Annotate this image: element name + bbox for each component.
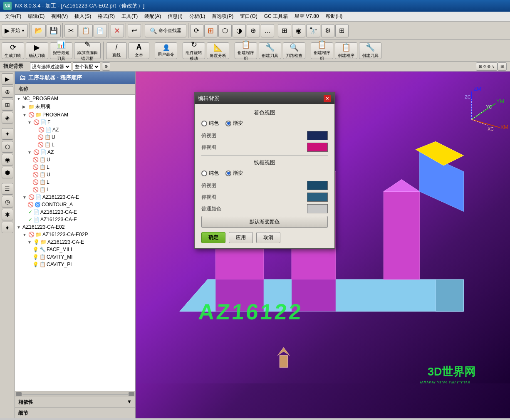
shading-bottom-swatch[interactable] xyxy=(307,143,328,152)
dialog-ok-btn[interactable]: 确定 xyxy=(201,232,225,243)
tree-u2[interactable]: 🚫 📋 U xyxy=(15,156,135,163)
report-min-btn[interactable]: 📊 报告最短 刀具 xyxy=(50,42,72,59)
wireframe-solid-label[interactable]: 纯色 xyxy=(201,170,219,177)
side-btn-3[interactable]: ◈ xyxy=(2,112,13,124)
nav-section-detail[interactable]: 细节 xyxy=(15,408,135,418)
dialog-close-button[interactable]: × xyxy=(324,95,331,102)
side-btn-6[interactable]: ◉ xyxy=(2,154,13,166)
paste-btn[interactable]: 📄 xyxy=(94,24,107,37)
nav-btn[interactable]: ◉ xyxy=(292,24,305,37)
tree-unused[interactable]: ▶ 📁 未用项 xyxy=(15,102,135,111)
tree-az-e02h[interactable]: ▼ 💡 📁 AZ161223-CA-E xyxy=(15,238,135,246)
create-prog-btn2[interactable]: 📋 创建程序 组 xyxy=(311,42,333,59)
tree-l1[interactable]: 🚫 📋 L xyxy=(15,141,135,148)
tree-f1[interactable]: ▼ 🚫 📄 F xyxy=(15,119,135,126)
tree-l4[interactable]: 🚫 📋 L xyxy=(15,186,135,193)
side-btn-0[interactable]: ▶ xyxy=(2,73,13,85)
menu-file[interactable]: 文件(F) xyxy=(2,12,25,21)
tree-u1[interactable]: 🚫 📋 U xyxy=(15,133,135,141)
side-btn-8[interactable]: ☰ xyxy=(2,183,13,195)
param-btn[interactable]: ⚙ xyxy=(321,24,334,37)
tree-az-e02p[interactable]: ▼ 🚫 📁 AZ161223-CA-E02P xyxy=(15,231,135,238)
group-move-btn[interactable]: ↻ 组件旋转 移动 xyxy=(183,42,205,59)
side-btn-2[interactable]: ⊞ xyxy=(2,99,13,111)
wireframe-normal-swatch[interactable] xyxy=(307,204,328,213)
create-prog-btn3[interactable]: 📋 创建程序 xyxy=(335,42,357,59)
tree-cavity-pl[interactable]: 💡 📋 CAVITY_PL xyxy=(15,261,135,268)
tree-az5[interactable]: ✓ 📄 AZ161223-CA-E xyxy=(15,216,135,223)
tree-az4[interactable]: ✓ 📄 AZ161223-CA-E xyxy=(15,208,135,216)
extra-btn[interactable]: … xyxy=(261,24,274,37)
spec-view-btn[interactable]: ⊞↻⊕↘ xyxy=(476,62,498,71)
side-btn-5[interactable]: ⬡ xyxy=(2,141,13,153)
side-btn-9[interactable]: ◷ xyxy=(2,196,13,208)
more-btn[interactable]: ⊞ xyxy=(278,24,291,37)
add-edit-btn[interactable]: ✎ 添加或编辑 错刀柄 xyxy=(74,42,101,59)
menu-edit[interactable]: 编辑(E) xyxy=(25,12,48,21)
tree-l2[interactable]: 🚫 📋 L xyxy=(15,163,135,171)
menu-insert[interactable]: 插入(S) xyxy=(71,12,94,21)
side-btn-11[interactable]: ♦ xyxy=(2,222,13,233)
shading-gradient-radio[interactable] xyxy=(225,121,231,126)
create-tool-btn2[interactable]: 🔧 创建刀具 xyxy=(359,42,381,59)
save-btn[interactable]: 💾 xyxy=(47,24,61,37)
line-btn[interactable]: / 直线 xyxy=(106,42,127,59)
menu-format[interactable]: 格式(R) xyxy=(94,12,118,21)
nav-scrollbar[interactable] xyxy=(15,391,135,397)
render-btn[interactable]: ◑ xyxy=(233,24,246,37)
tree-cavity-mi[interactable]: 💡 📋 CAVITY_MI xyxy=(15,253,135,261)
tree-l3[interactable]: 🚫 📋 L xyxy=(15,178,135,186)
wireframe-gradient-label[interactable]: 渐变 xyxy=(225,170,243,177)
create-tool-btn[interactable]: 🔧 创建刀具 xyxy=(259,42,281,59)
side-btn-10[interactable]: ✱ xyxy=(2,209,13,220)
text-btn[interactable]: A 文本 xyxy=(129,42,149,59)
wireframe-solid-radio[interactable] xyxy=(201,170,207,176)
cut-btn[interactable]: ✂ xyxy=(64,24,78,37)
menu-window[interactable]: 窗口(O) xyxy=(237,12,260,21)
dialog-apply-btn[interactable]: 应用 xyxy=(229,232,253,243)
tree-program[interactable]: ▼ 🚫 📁 PROGRAM xyxy=(15,111,135,119)
menu-help[interactable]: 帮助(H) xyxy=(322,12,346,21)
filter-select[interactable]: 没有选择过滤器 xyxy=(30,62,71,71)
copy-btn[interactable]: 📋 xyxy=(79,24,93,37)
spec-grid-btn[interactable]: ⊞ xyxy=(498,62,507,71)
tree-az1[interactable]: 🚫 📄 AZ xyxy=(15,126,135,133)
view-rotate-btn[interactable]: ⟳ xyxy=(190,24,203,37)
check-path-btn[interactable]: 🔍 刀路检查 xyxy=(283,42,305,59)
side-btn-4[interactable]: ✦ xyxy=(2,128,13,140)
menu-preferences[interactable]: 首选项(P) xyxy=(208,12,237,21)
tree-contour[interactable]: 🚫 🌀 CONTOUR_A xyxy=(15,201,135,208)
side-btn-1[interactable]: ⊕ xyxy=(2,86,13,98)
tree-az-e02[interactable]: ▼ AZ161223-CA-E02 xyxy=(15,223,135,231)
tree-az2[interactable]: ▼ 🚫 📄 AZ xyxy=(15,148,135,156)
default-gradient-btn[interactable]: 默认渐变颜色 xyxy=(201,216,328,228)
tree-face-mill[interactable]: 💡 🔧 FACE_MILL xyxy=(15,246,135,253)
wireframe-top-swatch[interactable] xyxy=(307,181,328,190)
shading-solid-label[interactable]: 纯色 xyxy=(201,120,219,127)
user-cmd-btn[interactable]: 👤 用户命令 xyxy=(155,42,177,59)
tree-u3[interactable]: 🚫 📋 U xyxy=(15,171,135,178)
shading-gradient-label[interactable]: 渐变 xyxy=(225,120,243,127)
side-btn-7[interactable]: ⬢ xyxy=(2,167,13,178)
tree-az3[interactable]: ▼ 🚫 📄 AZ161223-CA-E xyxy=(15,193,135,201)
assemble-select[interactable]: 整个装配 xyxy=(73,62,100,71)
shading-solid-radio[interactable] xyxy=(201,121,207,126)
menu-assemble[interactable]: 装配(A) xyxy=(141,12,164,21)
confirm-path-btn[interactable]: ▶ 确认刀轨 xyxy=(26,42,48,59)
menu-analysis[interactable]: 分析(L) xyxy=(186,12,209,21)
menu-gc[interactable]: GC 工具箱 xyxy=(261,12,291,21)
wireframe-bottom-swatch[interactable] xyxy=(307,193,328,202)
menu-tools[interactable]: 工具(T) xyxy=(118,12,141,21)
cmd-finder-btn[interactable]: 🔍 命令查找器 xyxy=(145,24,186,37)
angle-analysis-btn[interactable]: 📐 角度分析 xyxy=(207,42,229,59)
nav-section-depend[interactable]: 相依性 ▼ xyxy=(15,397,135,408)
menu-star[interactable]: 星空 V7.80 xyxy=(291,12,322,21)
gen-path-btn[interactable]: ⟳ 生成刀轨 xyxy=(2,42,24,59)
fit-btn[interactable]: ⊕ xyxy=(247,24,260,37)
misc-btn[interactable]: ⊞ xyxy=(335,24,349,37)
open-btn[interactable]: 📂 xyxy=(32,24,46,37)
delete-btn[interactable]: ✕ xyxy=(111,24,124,37)
menu-view[interactable]: 视图(V) xyxy=(48,12,71,21)
view-btn[interactable]: 🔭 xyxy=(306,24,320,37)
wireframe-gradient-radio[interactable] xyxy=(225,170,231,176)
